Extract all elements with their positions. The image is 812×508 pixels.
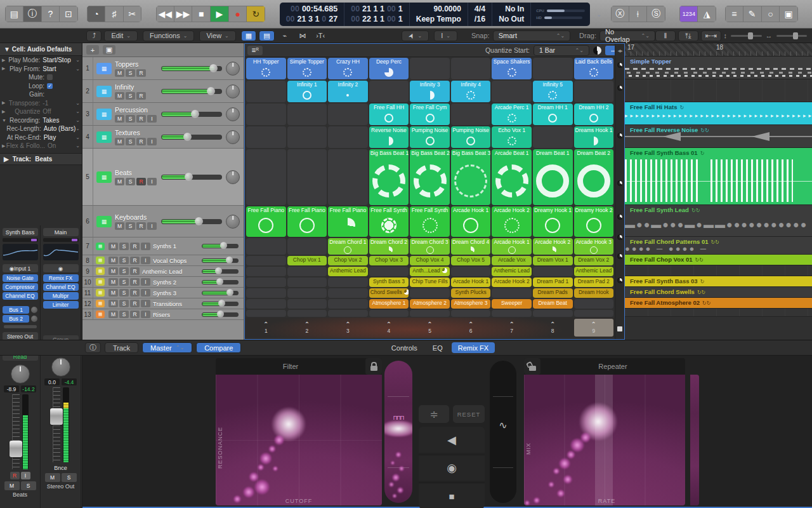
empty-cell[interactable] bbox=[451, 58, 491, 79]
inspector-row[interactable]: At Rec-End:Play⌄ bbox=[0, 133, 82, 142]
empty-cell[interactable] bbox=[328, 277, 368, 287]
volume-slider[interactable] bbox=[202, 302, 239, 306]
region-free-fall-reverse-noise[interactable]: Free Fall Reverse Noise↻↻ bbox=[625, 125, 812, 148]
volume-slider-handle[interactable] bbox=[226, 289, 233, 296]
s-button[interactable]: S bbox=[126, 115, 135, 123]
loop-cell[interactable]: Dream Chord 2 bbox=[369, 238, 409, 255]
tab-remix-fx[interactable]: Remix FX bbox=[452, 342, 495, 353]
rewind-button[interactable]: ◀◀ bbox=[156, 6, 174, 22]
checkbox[interactable]: ✓ bbox=[47, 83, 53, 89]
m-button[interactable]: M bbox=[115, 92, 124, 100]
empty-cell[interactable] bbox=[533, 310, 573, 317]
send-slot[interactable]: Bus 1 bbox=[3, 306, 37, 314]
volume-slider-handle[interactable] bbox=[209, 64, 218, 72]
volume-slider[interactable] bbox=[202, 312, 239, 317]
empty-cell[interactable] bbox=[246, 256, 286, 265]
empty-cell[interactable] bbox=[328, 126, 368, 148]
loop-cell[interactable]: Reverse Noise bbox=[369, 126, 409, 148]
plugin-slot[interactable]: Multipr bbox=[43, 292, 79, 300]
region-free-fall-chord-patterns-01[interactable]: Free Fall Chord Patterns 01↻↻●●●● ─ ●●●●… bbox=[625, 237, 812, 255]
catch-button[interactable]: ›T‹ bbox=[313, 30, 328, 41]
scene-trigger-6[interactable]: ⌃6 bbox=[451, 319, 491, 337]
loop-cell[interactable]: Sweeper bbox=[492, 299, 532, 309]
m-button[interactable]: M bbox=[108, 278, 118, 286]
send-bus-button[interactable]: Bus 1 bbox=[3, 306, 29, 314]
empty-cell[interactable] bbox=[287, 288, 327, 298]
loop-cell[interactable]: Chip Tune Fills bbox=[410, 277, 450, 287]
volume-slider[interactable] bbox=[161, 135, 222, 140]
s-button[interactable]: S bbox=[119, 257, 129, 264]
loop-cell[interactable]: Dream Pads bbox=[533, 288, 573, 298]
pan-knob[interactable] bbox=[226, 84, 240, 98]
empty-cell[interactable] bbox=[246, 267, 286, 276]
s-button[interactable]: S bbox=[126, 69, 135, 77]
forward-button[interactable]: ▶▶ bbox=[174, 6, 193, 22]
fader-track[interactable] bbox=[53, 387, 60, 462]
loop-cell[interactable]: Anthemic Lead bbox=[574, 267, 614, 276]
volume-slider-handle[interactable] bbox=[215, 267, 222, 274]
track-header-risers[interactable]: 13▦MSRIRisers bbox=[82, 309, 244, 320]
region-free-fall-atmosphere-02[interactable]: Free Fall Atmosphere 02↻↻ bbox=[625, 298, 812, 309]
drag-menu[interactable]: No Overlap⌃⌄ bbox=[599, 30, 655, 41]
loop-cell[interactable]: Crazy HH bbox=[328, 58, 368, 79]
i-button[interactable]: I bbox=[141, 300, 150, 307]
volume-slider[interactable] bbox=[202, 269, 239, 274]
volume-slider[interactable] bbox=[161, 175, 222, 180]
inspector-row[interactable]: Rec-Length:Auto (Bars)⌄ bbox=[0, 124, 82, 133]
volume-slider-handle[interactable] bbox=[226, 257, 233, 264]
loop-cell[interactable]: Big Bass Beat 2 bbox=[410, 149, 450, 205]
loop-cell[interactable]: Dream Beat 1 bbox=[533, 149, 573, 205]
loop-cell[interactable]: Atmosphere 1 bbox=[369, 299, 409, 309]
loop-cell[interactable]: Dream Chord 4 bbox=[451, 238, 491, 255]
cycle-button[interactable]: ↻ bbox=[247, 6, 265, 22]
region-free-fall-chop-vox-01[interactable]: Free Fall Chop Vox 01↻↻ bbox=[625, 255, 812, 265]
region-free-fall-chord-swells[interactable]: Free Fall Chord Swells↻↻ bbox=[625, 287, 812, 298]
empty-cell[interactable] bbox=[287, 126, 327, 148]
i-button[interactable]: I bbox=[141, 289, 150, 297]
loop-cell[interactable]: Arcade Hook 2 bbox=[492, 206, 532, 237]
s-button[interactable]: S bbox=[126, 222, 135, 230]
empty-cell[interactable] bbox=[246, 126, 286, 148]
menu-functions[interactable]: Functions⌄ bbox=[143, 30, 194, 41]
scene-trigger-9[interactable]: ⌃9 bbox=[574, 319, 614, 337]
empty-cell[interactable] bbox=[533, 126, 573, 148]
i-button[interactable]: I bbox=[147, 115, 157, 123]
m-button[interactable]: M bbox=[115, 222, 124, 230]
s-button[interactable]: S bbox=[126, 178, 135, 185]
reset-button[interactable]: RESET bbox=[453, 405, 485, 423]
scene-trigger-3[interactable]: ⌃3 bbox=[328, 319, 368, 337]
scene-stop-button[interactable] bbox=[617, 326, 622, 331]
s-button[interactable]: S bbox=[119, 311, 129, 318]
r-button[interactable]: R bbox=[130, 267, 140, 275]
region-free-fall-synth-bass-01[interactable]: Free Fall Synth Bass 01↻ bbox=[625, 148, 812, 205]
inspector-row[interactable]: ▼Recording:Takes⌄ bbox=[0, 116, 82, 125]
loop-cell[interactable]: Pumping Noise bbox=[451, 126, 491, 148]
empty-cell[interactable] bbox=[451, 267, 491, 276]
empty-cell[interactable] bbox=[369, 310, 409, 317]
loop-cell[interactable]: Dream Pad 1 bbox=[533, 277, 573, 287]
loop-cell[interactable]: Arcade Beat 1 bbox=[492, 149, 532, 205]
empty-cell[interactable] bbox=[369, 81, 409, 102]
empty-cell[interactable] bbox=[410, 288, 450, 298]
empty-cell[interactable] bbox=[246, 81, 286, 102]
r-button[interactable]: R bbox=[130, 311, 140, 318]
input-monitor-button[interactable]: I bbox=[21, 472, 30, 479]
scene-trigger-4[interactable]: ⌃4 bbox=[369, 319, 409, 337]
loop-cell[interactable]: Dreams Hook 1 bbox=[574, 126, 614, 148]
solo-button[interactable]: S bbox=[62, 473, 77, 482]
i-button[interactable]: I bbox=[147, 178, 157, 185]
r-button[interactable]: R bbox=[136, 92, 146, 100]
m-button[interactable]: M bbox=[115, 178, 124, 185]
empty-cell[interactable] bbox=[574, 299, 614, 309]
loop-cell[interactable]: Infinity 5 bbox=[533, 81, 573, 102]
plugin-slot[interactable]: Remix FX bbox=[43, 274, 79, 282]
contrast-icon[interactable] bbox=[593, 46, 601, 55]
loop-cell[interactable]: HH Topper bbox=[246, 58, 286, 79]
empty-cell[interactable] bbox=[328, 310, 368, 317]
track-header-textures[interactable]: 4▦TexturesMSRI bbox=[82, 126, 244, 149]
loop-cell[interactable]: Atmosphere 2 bbox=[410, 299, 450, 309]
empty-cell[interactable] bbox=[451, 310, 491, 317]
master-mute-button[interactable]: ⓧ bbox=[611, 6, 629, 22]
loop-cell[interactable]: Simple Topper bbox=[287, 58, 327, 79]
volume-slider-handle[interactable] bbox=[217, 311, 224, 318]
